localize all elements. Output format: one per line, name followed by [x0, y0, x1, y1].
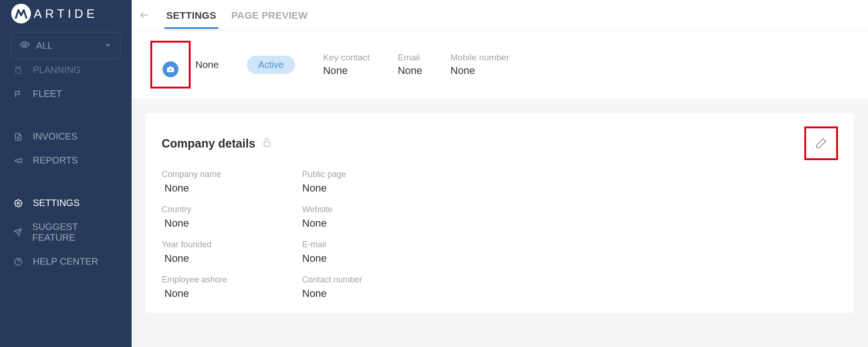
tab-settings[interactable]: SETTINGS: [164, 1, 218, 29]
field-label: Company name: [162, 170, 302, 179]
logo-text: ARTIDE: [34, 7, 98, 21]
pencil-icon: [815, 137, 827, 149]
nav-group-top: PLANNING FLEET: [0, 61, 132, 106]
field-email: E-mail None: [302, 240, 443, 265]
summary-bar: None Active Key contact None Email None …: [132, 30, 868, 99]
card-title: Company details: [162, 137, 255, 150]
camera-icon: [163, 61, 178, 77]
summary-field-value: None: [398, 65, 423, 77]
field-label: Contact number: [302, 275, 443, 285]
logo: ARTIDE: [0, 4, 132, 32]
clipboard-icon: [13, 66, 23, 74]
sidebar-item-reports[interactable]: REPORTS: [0, 148, 132, 172]
avatar-upload[interactable]: [150, 41, 191, 89]
field-value: None: [162, 182, 302, 194]
summary-field-value: None: [323, 65, 370, 77]
field-value: None: [302, 252, 443, 265]
gear-icon: [13, 199, 23, 207]
file-icon: [13, 133, 23, 141]
field-value: None: [302, 182, 443, 194]
summary-field-label: Mobile number: [451, 52, 510, 63]
lock-open-icon: [262, 137, 272, 149]
field-public-page: Public page None: [302, 170, 443, 194]
eye-icon: [20, 40, 30, 52]
help-icon: [13, 258, 23, 266]
field-label: Employee ashore: [162, 275, 302, 285]
field-contact-number: Contact number None: [302, 275, 443, 300]
back-button[interactable]: [138, 9, 150, 21]
field-label: Year founded: [162, 240, 302, 250]
logo-mark-icon: [11, 4, 31, 23]
sidebar-item-label: SUGGEST FEATURE: [32, 221, 119, 243]
send-icon: [13, 228, 23, 236]
status-badge: Active: [247, 56, 295, 74]
field-website: Website None: [302, 205, 443, 229]
summary-field-value: None: [451, 65, 510, 77]
tabs: SETTINGS PAGE PREVIEW: [132, 0, 868, 30]
sidebar-item-help-center[interactable]: HELP CENTER: [0, 250, 132, 273]
flag-icon: [13, 90, 23, 98]
view-selector[interactable]: ALL: [11, 32, 120, 59]
field-value: None: [302, 217, 443, 229]
content-area: Company details Company name None Public…: [132, 99, 868, 347]
company-details-card: Company details Company name None Public…: [146, 113, 854, 313]
tab-page-preview[interactable]: PAGE PREVIEW: [230, 1, 310, 29]
svg-rect-2: [16, 67, 21, 74]
sidebar-item-label: REPORTS: [33, 155, 78, 166]
summary-field-label: Email: [398, 52, 423, 63]
field-value: None: [162, 288, 302, 300]
sidebar-item-label: INVOICES: [33, 131, 78, 142]
sidebar-item-planning[interactable]: PLANNING: [0, 63, 132, 82]
field-value: None: [162, 217, 302, 229]
megaphone-icon: [13, 156, 23, 165]
field-label: E-mail: [302, 240, 443, 250]
svg-point-11: [170, 68, 172, 71]
sidebar-item-invoices[interactable]: INVOICES: [0, 125, 132, 148]
detail-grid: Company name None Public page None Count…: [162, 170, 838, 300]
sidebar-item-label: FLEET: [33, 89, 62, 99]
field-label: Country: [162, 205, 302, 214]
field-year-founded: Year founded None: [162, 240, 302, 265]
sidebar: ARTIDE ALL PLANNING FLEET: [0, 0, 132, 347]
chevron-down-icon: [104, 40, 111, 51]
summary-key-contact: Key contact None: [323, 52, 370, 77]
field-value: None: [162, 252, 302, 265]
field-label: Website: [302, 205, 443, 214]
view-selector-label: ALL: [36, 40, 53, 51]
field-employee-ashore: Employee ashore None: [162, 275, 302, 300]
sidebar-item-settings[interactable]: SETTINGS: [0, 191, 132, 215]
sidebar-item-label: HELP CENTER: [33, 256, 98, 267]
svg-point-1: [24, 43, 26, 45]
summary-mobile: Mobile number None: [451, 52, 510, 77]
summary-email: Email None: [398, 52, 423, 77]
field-country: Country None: [162, 205, 302, 229]
sidebar-item-label: PLANNING: [33, 65, 81, 75]
nav-group-bottom: SETTINGS SUGGEST FEATURE HELP CENTER: [0, 189, 132, 273]
edit-button[interactable]: [804, 126, 838, 160]
sidebar-item-label: SETTINGS: [33, 198, 80, 208]
summary-field-label: Key contact: [323, 52, 370, 63]
sidebar-item-fleet[interactable]: FLEET: [0, 82, 132, 106]
svg-point-5: [17, 202, 20, 204]
field-company-name: Company name None: [162, 170, 302, 194]
field-value: None: [302, 288, 443, 300]
sidebar-item-suggest-feature[interactable]: SUGGEST FEATURE: [0, 215, 132, 250]
main: SETTINGS PAGE PREVIEW None Active Key co…: [132, 0, 868, 347]
svg-rect-12: [264, 142, 270, 146]
company-name-display: None: [195, 59, 219, 70]
field-label: Public page: [302, 170, 443, 179]
nav-group-mid: INVOICES REPORTS: [0, 123, 132, 172]
